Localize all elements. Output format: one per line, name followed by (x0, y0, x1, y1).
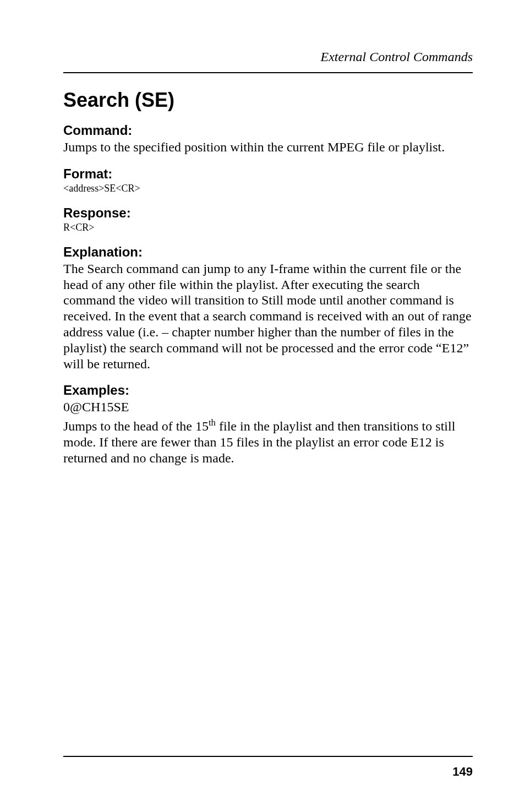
explanation-body: The Search command can jump to any I-fra… (63, 261, 473, 372)
example-body-pre: Jumps to the head of the 15 (63, 419, 209, 433)
command-heading: Command: (63, 123, 473, 138)
example-body-sup: th (209, 417, 216, 428)
running-header: External Control Commands (63, 50, 473, 64)
example-body: Jumps to the head of the 15th file in th… (63, 417, 473, 466)
example-command: 0@CH15SE (63, 399, 473, 415)
format-code: <address>SE<CR> (63, 183, 473, 194)
page-title: Search (SE) (63, 89, 473, 112)
command-body: Jumps to the specified position within t… (63, 139, 473, 155)
page: External Control Commands Search (SE) Co… (0, 0, 525, 812)
footer: 149 (63, 756, 473, 779)
explanation-heading: Explanation: (63, 244, 473, 260)
page-number: 149 (63, 765, 473, 779)
header-rule (63, 72, 473, 73)
examples-heading: Examples: (63, 383, 473, 398)
response-heading: Response: (63, 205, 473, 221)
footer-rule (63, 756, 473, 757)
response-code: R<CR> (63, 222, 473, 233)
format-heading: Format: (63, 166, 473, 182)
